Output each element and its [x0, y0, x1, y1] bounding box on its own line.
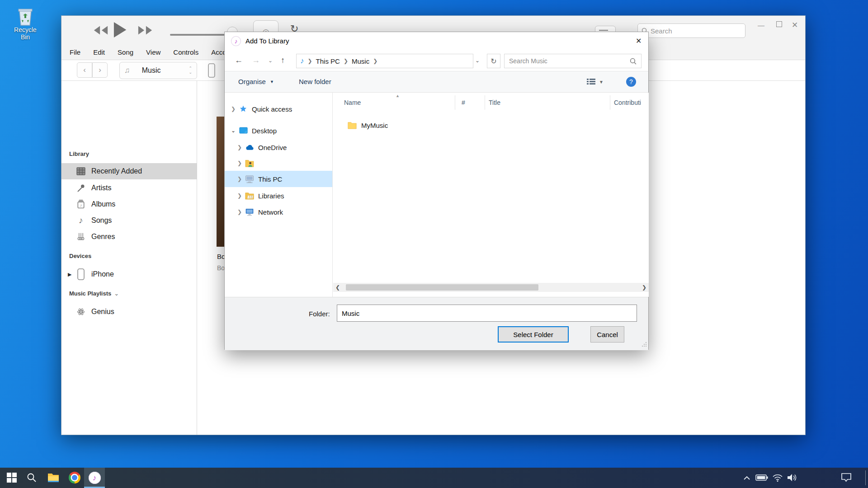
itunes-taskbar-active[interactable]: ♪	[84, 468, 105, 488]
show-desktop-divider[interactable]	[865, 470, 866, 485]
recycle-bin-icon	[10, 5, 41, 26]
collapse-icon[interactable]: ⌄	[230, 127, 236, 134]
file-row-mymusic[interactable]: MyMusic	[333, 118, 649, 132]
forward-button[interactable]: ›	[92, 62, 108, 78]
menu-song[interactable]: Song	[118, 48, 133, 56]
wifi-icon[interactable]	[771, 471, 784, 484]
column-header-contributing[interactable]: Contributi	[614, 99, 641, 106]
chevron-down-icon: ▼	[270, 80, 274, 84]
column-header-number[interactable]: #	[462, 99, 465, 106]
recycle-bin-shortcut[interactable]: Recycle Bin	[10, 5, 41, 41]
play-button[interactable]	[112, 20, 127, 39]
chrome-button[interactable]	[68, 471, 81, 484]
menu-edit[interactable]: Edit	[93, 48, 105, 56]
sidebar-item-songs[interactable]: ♪ Songs	[61, 212, 197, 229]
resize-grip[interactable]	[642, 342, 647, 347]
sidebar-item-iphone[interactable]: ▶ iPhone	[61, 266, 197, 282]
rewind-button[interactable]	[93, 25, 108, 36]
menu-controls[interactable]: Controls	[173, 48, 198, 56]
scroll-right-icon[interactable]: ❯	[640, 284, 649, 291]
nav-up-icon[interactable]: ↑	[281, 56, 285, 65]
sidebar-item-artists[interactable]: Artists	[61, 180, 197, 196]
action-center-icon[interactable]	[840, 471, 853, 484]
sidebar-item-recently-added[interactable]: Recently Added	[61, 163, 197, 179]
music-note-icon: ♫	[124, 66, 130, 75]
expander-icon[interactable]: ▶	[68, 272, 71, 277]
refresh-button[interactable]: ↻	[487, 54, 500, 68]
sidebar-item-genius[interactable]: Genius	[61, 304, 197, 320]
sidebar-item-albums[interactable]: ♪ Albums	[61, 196, 197, 212]
crumb-separator-icon: ❯	[308, 58, 312, 64]
select-folder-button[interactable]: Select Folder	[498, 326, 569, 343]
volume-slider[interactable]	[170, 34, 232, 36]
close-button[interactable]: ✕	[792, 20, 798, 30]
scrollbar-thumb[interactable]	[346, 284, 538, 291]
dialog-titlebar[interactable]: ♪ Add To Library ✕	[225, 32, 648, 51]
fast-forward-button[interactable]	[137, 25, 153, 36]
sidebar-label: Genres	[91, 233, 115, 241]
nav-history-chevron-icon[interactable]: ⌄	[268, 57, 273, 64]
nav-back-icon[interactable]: ←	[235, 56, 243, 65]
file-explorer-button[interactable]	[47, 471, 60, 484]
nav-forward-icon[interactable]: →	[252, 56, 260, 65]
tree-item-user-profile[interactable]: ❯	[225, 155, 333, 171]
column-header-name[interactable]: Name	[344, 99, 361, 106]
folder-name-input[interactable]: Music	[337, 305, 637, 322]
maximize-button[interactable]	[776, 21, 782, 27]
organise-menu-button[interactable]: Organise ▼	[238, 78, 274, 85]
battery-icon[interactable]	[754, 471, 769, 484]
svg-text:♪: ♪	[80, 203, 82, 207]
genres-icon	[75, 232, 87, 241]
address-bar[interactable]: ♪ ❯ This PC ❯ Music ❯	[296, 54, 473, 68]
breadcrumb-music[interactable]: Music	[352, 57, 369, 65]
view-mode-chevron-icon[interactable]: ▼	[599, 80, 604, 84]
menu-file[interactable]: File	[70, 48, 80, 56]
tree-item-quick-access[interactable]: ❯ Quick access	[225, 101, 333, 117]
tree-item-this-pc[interactable]: ❯ This PC	[225, 171, 333, 187]
album-subtitle[interactable]: Bo	[217, 264, 225, 272]
back-button[interactable]: ‹	[77, 62, 92, 78]
volume-icon[interactable]	[786, 471, 798, 484]
menu-view[interactable]: View	[146, 48, 160, 56]
expander-icon[interactable]: ❯	[236, 176, 243, 182]
cancel-button[interactable]: Cancel	[590, 326, 624, 343]
help-icon[interactable]: ?	[626, 77, 636, 87]
tree-item-onedrive[interactable]: ❯ OneDrive	[225, 139, 333, 155]
itunes-search-input[interactable]: Search	[637, 23, 745, 38]
media-picker-dropdown[interactable]: ♫ Music ⌃⌄	[119, 62, 197, 79]
expander-icon[interactable]: ❯	[230, 106, 236, 112]
expander-icon[interactable]: ❯	[236, 160, 243, 166]
itunes-app-icon: ♪	[231, 36, 241, 46]
sort-ascending-icon[interactable]: ▲	[396, 94, 400, 98]
dialog-address-row: ← → ⌄ ↑ ♪ ❯ This PC ❯ Music ❯ ⌄ ↻ Search…	[225, 51, 648, 71]
taskbar-search-button[interactable]	[25, 471, 38, 484]
tray-show-hidden-icons[interactable]	[741, 471, 753, 484]
music-playlists-header[interactable]: Music Playlists ⌄	[69, 290, 119, 297]
horizontal-scrollbar[interactable]: ❮ ❯	[333, 283, 649, 292]
start-button[interactable]	[5, 471, 18, 484]
tree-label: Network	[258, 208, 283, 216]
breadcrumb-this-pc[interactable]: This PC	[316, 57, 340, 65]
dialog-search-input[interactable]: Search Music	[504, 54, 642, 68]
itunes-search-placeholder: Search	[651, 27, 672, 35]
expander-icon[interactable]: ❯	[236, 144, 243, 150]
expander-icon[interactable]: ❯	[236, 192, 243, 199]
tree-item-desktop[interactable]: ⌄ Desktop	[225, 122, 333, 139]
view-mode-button[interactable]	[586, 78, 596, 86]
device-iphone-button[interactable]	[206, 63, 217, 78]
column-header-title[interactable]: Title	[489, 99, 500, 106]
tree-item-network[interactable]: ❯ Network	[225, 204, 333, 220]
new-folder-button[interactable]: New folder	[299, 78, 331, 85]
scroll-left-icon[interactable]: ❮	[333, 284, 342, 291]
address-dropdown-icon[interactable]: ⌄	[475, 57, 480, 64]
search-icon[interactable]	[630, 58, 637, 65]
itunes-sidebar: Library Recently Added Artists ♪ Albums …	[61, 81, 197, 435]
sidebar-item-genres[interactable]: Genres	[61, 229, 197, 245]
dialog-close-icon[interactable]: ✕	[633, 36, 644, 46]
expander-icon[interactable]: ❯	[236, 209, 243, 215]
sidebar-label: Recently Added	[91, 167, 142, 175]
tree-item-libraries[interactable]: ❯ Libraries	[225, 188, 333, 204]
tree-label: OneDrive	[258, 144, 287, 151]
genius-atom-icon	[75, 307, 87, 316]
minimize-button[interactable]: —	[758, 21, 764, 29]
